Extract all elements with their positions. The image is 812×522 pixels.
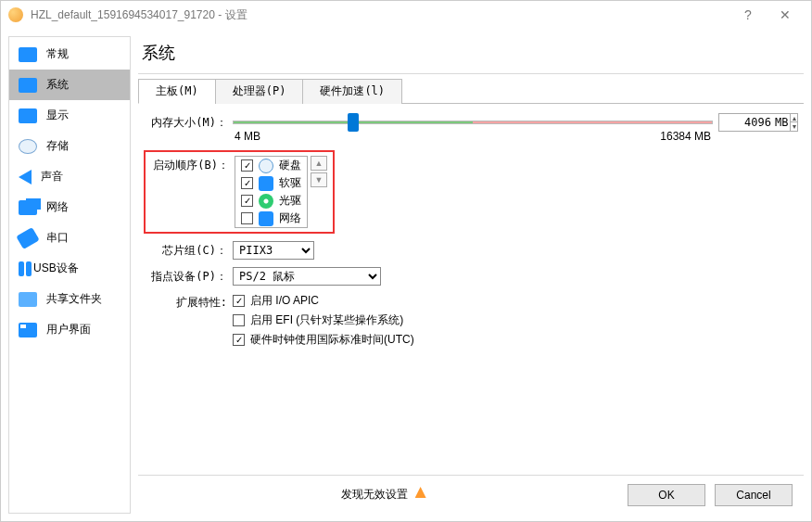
checkbox[interactable]: ✓ bbox=[241, 195, 253, 207]
ioapic-option[interactable]: ✓启用 I/O APIC bbox=[233, 293, 414, 309]
memory-label: 内存大小(M)： bbox=[144, 113, 233, 131]
usb-icon bbox=[19, 261, 24, 276]
boot-item-network[interactable]: 网络 bbox=[235, 210, 307, 227]
titlebar: HZL_default_1591694534017_91720 - 设置 ? ✕ bbox=[1, 1, 811, 29]
sidebar-item-serial[interactable]: 串口 bbox=[9, 223, 130, 253]
pointing-label: 指点设备(P)： bbox=[144, 267, 233, 285]
sidebar-item-system[interactable]: 系统 bbox=[9, 70, 130, 100]
display-icon bbox=[19, 108, 37, 123]
move-up-button[interactable]: ▲ bbox=[311, 156, 327, 171]
monitor-icon bbox=[19, 47, 37, 62]
checkbox[interactable]: ✓ bbox=[233, 334, 245, 346]
boot-item-optical[interactable]: ✓光驱 bbox=[235, 192, 307, 210]
pointing-select[interactable]: PS/2 鼠标 bbox=[233, 267, 381, 286]
memory-max: 16384 MB bbox=[660, 130, 711, 143]
checkbox[interactable]: ✓ bbox=[241, 159, 253, 172]
sidebar-item-network[interactable]: 网络 bbox=[9, 192, 130, 223]
boot-label: 启动顺序(B)： bbox=[151, 156, 235, 173]
network-icon bbox=[19, 200, 37, 215]
warning-icon[interactable] bbox=[415, 487, 426, 498]
folder-icon bbox=[19, 292, 37, 307]
optical-icon bbox=[259, 194, 273, 209]
extended-label: 扩展特性: bbox=[144, 293, 233, 311]
floppy-icon bbox=[259, 176, 273, 191]
hdd-icon bbox=[259, 159, 273, 173]
plug-icon bbox=[16, 227, 39, 249]
chipset-select[interactable]: PIIX3 bbox=[233, 241, 314, 260]
sidebar-item-audio[interactable]: 声音 bbox=[9, 161, 130, 192]
boot-item-hdd[interactable]: ✓硬盘 bbox=[235, 157, 307, 174]
tab-processor[interactable]: 处理器(P) bbox=[215, 79, 304, 104]
slider-thumb-icon[interactable] bbox=[348, 113, 359, 132]
ui-icon bbox=[19, 323, 37, 337]
sidebar-item-storage[interactable]: 存储 bbox=[9, 131, 130, 161]
boot-order-list[interactable]: ✓硬盘 ✓软驱 ✓光驱 网络 bbox=[235, 156, 308, 228]
help-button[interactable]: ? bbox=[730, 7, 767, 22]
disk-icon bbox=[19, 139, 37, 154]
utc-option[interactable]: ✓硬件时钟使用国际标准时间(UTC) bbox=[233, 332, 414, 348]
close-button[interactable]: ✕ bbox=[767, 7, 804, 22]
page-title: 系统 bbox=[138, 36, 804, 74]
spin-up-icon[interactable]: ▲ bbox=[791, 114, 797, 122]
sidebar-item-usb[interactable]: USB设备 bbox=[9, 253, 130, 284]
memory-min: 4 MB bbox=[235, 130, 260, 143]
speaker-icon bbox=[19, 170, 32, 185]
boot-item-floppy[interactable]: ✓软驱 bbox=[235, 174, 307, 192]
netboot-icon bbox=[259, 211, 273, 226]
window-title: HZL_default_1591694534017_91720 - 设置 bbox=[31, 7, 247, 23]
spin-down-icon[interactable]: ▼ bbox=[791, 122, 797, 131]
sidebar-item-ui[interactable]: 用户界面 bbox=[9, 314, 130, 345]
ok-button[interactable]: OK bbox=[628, 484, 705, 506]
checkbox[interactable]: ✓ bbox=[241, 177, 253, 189]
status-bar: 发现无效设置 bbox=[149, 487, 618, 503]
tab-motherboard[interactable]: 主板(M) bbox=[138, 79, 216, 104]
tab-acceleration[interactable]: 硬件加速(l) bbox=[302, 79, 402, 104]
checkbox[interactable]: ✓ bbox=[233, 295, 245, 307]
sidebar-item-general[interactable]: 常规 bbox=[9, 39, 130, 70]
chipset-label: 芯片组(C)： bbox=[144, 241, 233, 259]
tab-bar: 主板(M) 处理器(P) 硬件加速(l) bbox=[138, 78, 804, 104]
move-down-button[interactable]: ▼ bbox=[311, 172, 327, 187]
memory-input[interactable] bbox=[719, 114, 775, 131]
cancel-button[interactable]: Cancel bbox=[715, 484, 793, 506]
memory-slider[interactable]: 4 MB 16384 MB bbox=[233, 113, 713, 143]
memory-unit: MB bbox=[775, 116, 790, 129]
chip-icon bbox=[19, 78, 37, 93]
sidebar: 常规 系统 显示 存储 声音 网络 串口 USB设备 共享文件夹 用户界面 bbox=[8, 36, 131, 514]
app-icon bbox=[8, 7, 23, 22]
boot-order-highlight: 启动顺序(B)： ✓硬盘 ✓软驱 ✓光驱 网络 ▲ ▼ bbox=[144, 150, 335, 234]
memory-spinner[interactable]: MB ▲▼ bbox=[718, 113, 798, 132]
efi-option[interactable]: 启用 EFI (只针对某些操作系统) bbox=[233, 312, 414, 328]
checkbox[interactable] bbox=[233, 314, 245, 326]
sidebar-item-display[interactable]: 显示 bbox=[9, 100, 130, 131]
checkbox[interactable] bbox=[241, 212, 253, 224]
sidebar-item-shared[interactable]: 共享文件夹 bbox=[9, 284, 130, 314]
status-text: 发现无效设置 bbox=[341, 488, 408, 501]
